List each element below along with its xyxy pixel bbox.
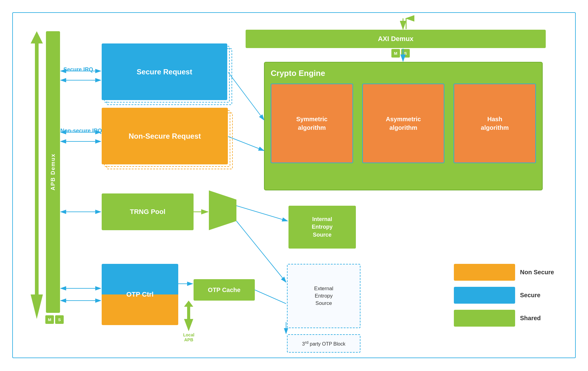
legend-shared-box <box>454 310 515 327</box>
axi-ms-container: M S <box>391 49 410 58</box>
secure-request-box: Secure Request <box>102 43 227 100</box>
apb-demux-bar: APB Demux <box>46 31 60 313</box>
asymmetric-algorithm-box: Asymmetricalgorithm <box>362 84 445 163</box>
legend-shared-label: Shared <box>520 315 557 322</box>
legend-non-secure: Non Secure <box>454 264 557 281</box>
legend-container: Non Secure Secure Shared <box>454 264 557 327</box>
svg-line-17 <box>228 72 264 120</box>
internal-entropy-label: InternalEntropySource <box>312 215 333 239</box>
non-secure-irq-label: Non-secure IRQ <box>60 128 102 134</box>
crypto-engine-box: Crypto Engine Symmetricalgorithm Asymmet… <box>264 62 543 190</box>
non-secure-request-box: Non-Secure Request <box>102 108 228 164</box>
apb-vertical-arrow <box>31 31 43 319</box>
crypto-algorithms: Symmetricalgorithm Asymmetricalgorithm H… <box>271 84 536 163</box>
legend-non-secure-box <box>454 264 515 281</box>
trng-pool-box: TRNG Pool <box>102 193 194 230</box>
symmetric-algorithm-label: Symmetricalgorithm <box>296 115 327 132</box>
hash-algorithm-box: Hashalgorithm <box>454 84 536 163</box>
otp-block-label: 3rd party OTP Block <box>302 340 345 347</box>
axi-m-box: M <box>391 49 400 58</box>
svg-line-25 <box>255 290 286 304</box>
secure-request-stack: Secure Request <box>102 43 230 108</box>
crypto-engine-title: Crypto Engine <box>271 69 536 78</box>
external-entropy-label: ExternalEntropySource <box>314 285 333 307</box>
apb-ms-container: M S <box>45 315 64 324</box>
axi-s-box: S <box>401 49 410 58</box>
otp-ctrl-box: OTP Ctrl <box>102 264 178 325</box>
svg-line-23 <box>236 206 288 221</box>
axi-demux-bar: AXI Demux <box>246 30 546 48</box>
legend-shared: Shared <box>454 310 557 327</box>
apb-demux-label: APB Demux <box>50 153 56 190</box>
legend-secure-label: Secure <box>520 292 557 299</box>
symmetric-algorithm-box: Symmetricalgorithm <box>271 84 353 163</box>
otp-cache-box: OTP Cache <box>194 279 255 301</box>
asymmetric-algorithm-label: Asymmetricalgorithm <box>386 115 421 132</box>
hash-algorithm-label: Hashalgorithm <box>481 115 509 132</box>
otp-block-box: 3rd party OTP Block <box>287 334 360 353</box>
diagram-container: APB Demux M S Secure IRQ Non-secure IRQ … <box>12 12 576 358</box>
svg-line-18 <box>228 137 264 151</box>
secure-irq-label: Secure IRQ <box>63 66 93 73</box>
legend-non-secure-label: Non Secure <box>520 269 557 276</box>
legend-secure: Secure <box>454 287 557 304</box>
internal-entropy-box: InternalEntropySource <box>288 206 356 249</box>
external-entropy-box: ExternalEntropySource <box>287 264 360 328</box>
svg-marker-0 <box>31 31 43 307</box>
non-secure-request-stack: Non-Secure Request <box>102 108 233 174</box>
apb-s-box: S <box>55 315 64 324</box>
svg-line-24 <box>236 221 286 282</box>
local-apb-label: LocalAPB <box>183 332 194 342</box>
apb-m-box: M <box>45 315 54 324</box>
local-apb-area: LocalAPB <box>183 301 194 342</box>
mux-funnel <box>209 190 236 230</box>
svg-marker-2 <box>209 190 236 230</box>
legend-secure-box <box>454 287 515 304</box>
